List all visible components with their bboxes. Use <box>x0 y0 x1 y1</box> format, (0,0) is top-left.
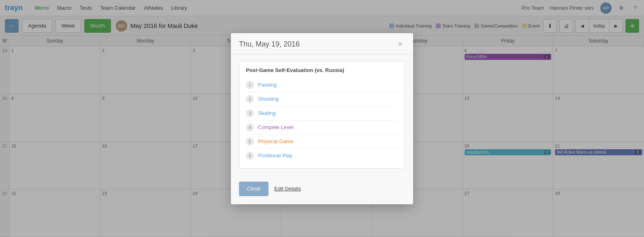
modal-close-btn[interactable]: Close <box>239 182 269 196</box>
eval-label-compete: Compete Level <box>258 124 293 130</box>
eval-num-1: 1 <box>246 81 254 89</box>
eval-item-3: 3 Skating <box>246 106 398 121</box>
eval-num-2: 2 <box>246 95 254 103</box>
eval-num-4: 4 <box>246 123 254 131</box>
modal-close-button[interactable]: × <box>395 40 405 49</box>
edit-details-link[interactable]: Edit Details <box>274 186 301 192</box>
eval-item-2: 2 Shooting <box>246 92 398 106</box>
eval-label-positional: Positional Play <box>258 152 292 159</box>
modal-footer: Close Edit Details <box>231 182 413 196</box>
modal-date: Thu, May 19, 2016 <box>239 40 300 49</box>
eval-item-4: 4 Compete Level <box>246 121 398 135</box>
modal-card-title: Post-Game Self-Evaluation (vs. Russia) <box>246 67 398 73</box>
modal-header: Thu, May 19, 2016 × <box>231 33 413 55</box>
eval-label-skating: Skating <box>258 110 275 116</box>
eval-num-3: 3 <box>246 109 254 117</box>
eval-item-1: 1 Passing <box>246 78 398 92</box>
eval-item-5: 5 Physical Game <box>246 135 398 149</box>
eval-label-physical: Physical Game <box>258 138 293 144</box>
eval-label-passing: Passing <box>258 82 277 88</box>
eval-item-6: 6 Positional Play <box>246 149 398 163</box>
modal-card: Post-Game Self-Evaluation (vs. Russia) 1… <box>239 61 405 169</box>
eval-num-6: 6 <box>246 152 254 160</box>
eval-label-shooting: Shooting <box>258 96 279 102</box>
modal-overlay: Thu, May 19, 2016 × Post-Game Self-Evalu… <box>0 0 644 237</box>
modal-body: Post-Game Self-Evaluation (vs. Russia) 1… <box>231 55 413 175</box>
eval-num-5: 5 <box>246 138 254 146</box>
modal: Thu, May 19, 2016 × Post-Game Self-Evalu… <box>231 33 413 204</box>
